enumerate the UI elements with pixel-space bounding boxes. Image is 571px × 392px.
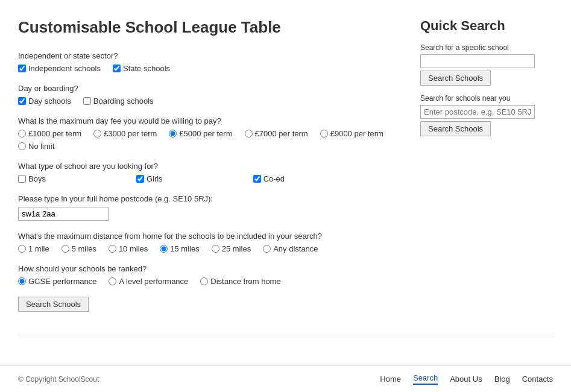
footer-divider — [18, 335, 553, 335]
fee-1000[interactable]: £1000 per term — [18, 129, 81, 138]
footer-nav: Home Search About Us Blog Contacts — [380, 373, 553, 385]
sector-label: Independent or state sector? — [18, 51, 396, 60]
rank-distance[interactable]: Distance from home — [200, 277, 280, 286]
fee-section: What is the maximum day fee you would be… — [18, 116, 396, 151]
sector-options: Independent schools State schools — [18, 64, 396, 73]
dist-5[interactable]: 5 miles — [62, 244, 96, 253]
sector-state[interactable]: State schools — [113, 64, 170, 73]
distance-label: What's the maximum distance from home fo… — [18, 232, 396, 241]
dist-10[interactable]: 10 miles — [109, 244, 148, 253]
rank-options: GCSE performance A level performance Dis… — [18, 277, 396, 286]
specific-school-section: Search for a specific school Search Scho… — [420, 43, 553, 86]
near-school-section: Search for schools near you Search Schoo… — [420, 94, 553, 136]
boarding-day[interactable]: Day schools — [18, 96, 71, 106]
rank-gcse-radio[interactable] — [18, 277, 26, 285]
rank-distance-radio[interactable] — [200, 277, 208, 285]
postcode-input[interactable] — [18, 207, 109, 221]
fee-3000[interactable]: £3000 per term — [93, 129, 157, 138]
dist-1[interactable]: 1 mile — [18, 244, 49, 253]
fee-7000-radio[interactable] — [245, 130, 253, 138]
type-boys[interactable]: Boys — [18, 174, 46, 183]
fee-label: What is the maximum day fee you would be… — [18, 116, 396, 125]
rank-gcse[interactable]: GCSE performance — [18, 277, 96, 286]
fee-options: £1000 per term £3000 per term £5000 per … — [18, 129, 396, 151]
type-girls-checkbox[interactable] — [136, 175, 144, 183]
page-title: Customisable School League Table — [18, 18, 396, 37]
type-section: What type of school are you looking for?… — [18, 162, 396, 183]
boarding-section: Day or boarding? Day schools Boarding sc… — [18, 84, 396, 106]
dist-15-radio[interactable] — [160, 245, 168, 253]
fee-9000-radio[interactable] — [320, 130, 328, 138]
sector-independent-checkbox[interactable] — [18, 65, 26, 72]
footer-nav-contacts[interactable]: Contacts — [522, 375, 553, 384]
near-school-label: Search for schools near you — [420, 94, 553, 103]
dist-any[interactable]: Any distance — [263, 244, 318, 253]
fee-1000-radio[interactable] — [18, 130, 26, 138]
sector-independent[interactable]: Independent schools — [18, 64, 101, 73]
dist-any-radio[interactable] — [263, 245, 271, 253]
specific-school-label: Search for a specific school — [420, 43, 553, 52]
boarding-day-checkbox[interactable] — [18, 97, 26, 105]
near-school-input[interactable] — [420, 105, 535, 119]
type-coed[interactable]: Co-ed — [253, 174, 285, 183]
dist-15[interactable]: 15 miles — [160, 244, 199, 253]
footer-nav-aboutus[interactable]: About Us — [450, 375, 482, 384]
rank-section: How should your schools be ranked? GCSE … — [18, 264, 396, 286]
main-search-button[interactable]: Search Schools — [18, 297, 89, 312]
dist-25-radio[interactable] — [212, 245, 219, 253]
postcode-section: Please type in your full home postcode (… — [18, 194, 396, 221]
right-column: Quick Search Search for a specific schoo… — [420, 18, 553, 323]
footer-nav-blog[interactable]: Blog — [494, 375, 510, 384]
postcode-label: Please type in your full home postcode (… — [18, 194, 396, 203]
fee-9000[interactable]: £9000 per term — [320, 129, 383, 138]
footer-nav-search[interactable]: Search — [413, 373, 438, 385]
type-options: Boys Girls Co-ed — [18, 174, 396, 183]
fee-7000[interactable]: £7000 per term — [245, 129, 308, 138]
dist-1-radio[interactable] — [18, 245, 26, 253]
rank-alevel[interactable]: A level performance — [109, 277, 188, 286]
boarding-label: Day or boarding? — [18, 84, 396, 93]
type-girls[interactable]: Girls — [136, 174, 163, 183]
type-coed-checkbox[interactable] — [253, 175, 261, 183]
rank-label: How should your schools be ranked? — [18, 264, 396, 273]
footer: © Copyright SchoolScout Home Search Abou… — [0, 365, 571, 392]
dist-10-radio[interactable] — [109, 245, 116, 253]
type-label: What type of school are you looking for? — [18, 162, 396, 171]
distance-options: 1 mile 5 miles 10 miles 15 miles 25 mile… — [18, 244, 396, 253]
boarding-boarding[interactable]: Boarding schools — [83, 96, 154, 106]
sector-state-checkbox[interactable] — [113, 65, 121, 72]
fee-nolimit[interactable]: No limit — [18, 142, 54, 151]
specific-school-input[interactable] — [420, 54, 535, 68]
fee-nolimit-radio[interactable] — [18, 142, 26, 150]
search-button-section: Search Schools — [18, 297, 396, 312]
left-column: Customisable School League Table Indepen… — [18, 18, 396, 323]
boarding-boarding-checkbox[interactable] — [83, 97, 91, 105]
specific-school-button[interactable]: Search Schools — [420, 71, 491, 86]
sector-section: Independent or state sector? Independent… — [18, 51, 396, 73]
distance-section: What's the maximum distance from home fo… — [18, 232, 396, 253]
fee-5000-radio[interactable] — [169, 130, 177, 138]
boarding-options: Day schools Boarding schools — [18, 96, 396, 106]
footer-nav-home[interactable]: Home — [380, 375, 401, 384]
rank-alevel-radio[interactable] — [109, 277, 116, 285]
quick-search-title: Quick Search — [420, 18, 553, 34]
near-school-button[interactable]: Search Schools — [420, 121, 491, 136]
dist-5-radio[interactable] — [62, 245, 69, 253]
fee-5000[interactable]: £5000 per term — [169, 129, 232, 138]
type-boys-checkbox[interactable] — [18, 175, 26, 183]
fee-3000-radio[interactable] — [93, 130, 101, 138]
copyright-text: © Copyright SchoolScout — [18, 375, 99, 384]
dist-25[interactable]: 25 miles — [212, 244, 251, 253]
